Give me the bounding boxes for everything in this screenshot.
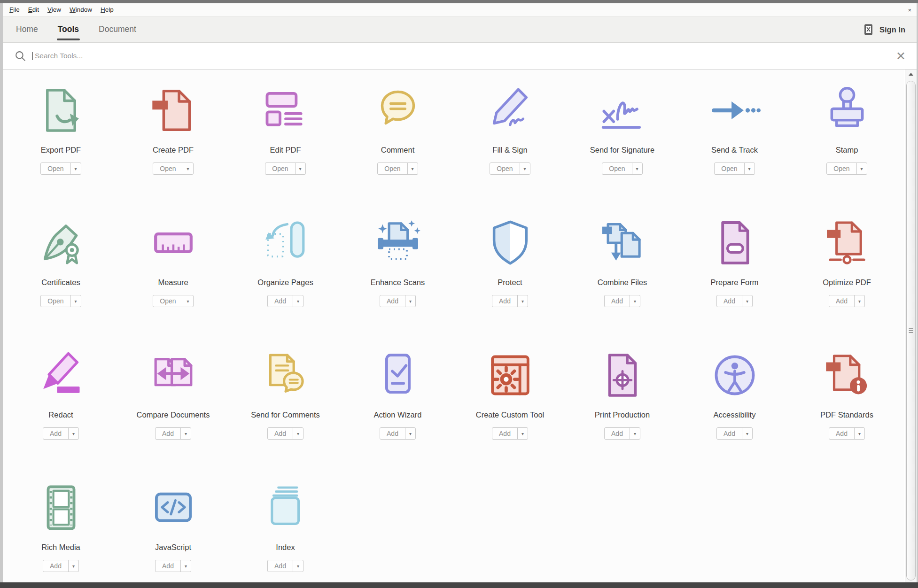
enhance-scans-icon[interactable] bbox=[372, 217, 424, 269]
tool-action-label[interactable]: Add bbox=[605, 295, 630, 307]
chevron-down-icon[interactable]: ▾ bbox=[407, 163, 418, 174]
create-custom-tool-icon[interactable] bbox=[484, 349, 536, 401]
tool-action-button[interactable]: Add▾ bbox=[380, 427, 416, 440]
chevron-down-icon[interactable]: ▾ bbox=[517, 428, 528, 439]
chevron-down-icon[interactable]: ▾ bbox=[742, 428, 752, 439]
close-icon[interactable]: ✕ bbox=[896, 50, 906, 62]
tool-action-button[interactable]: Add▾ bbox=[604, 295, 640, 307]
tool-action-label[interactable]: Add bbox=[268, 560, 293, 572]
tool-action-button[interactable]: Open▾ bbox=[602, 162, 642, 175]
create-pdf-icon[interactable] bbox=[148, 85, 199, 136]
tool-action-button[interactable]: Add▾ bbox=[267, 560, 303, 572]
chevron-down-icon[interactable]: ▾ bbox=[295, 163, 305, 174]
tool-action-button[interactable]: Add▾ bbox=[155, 427, 191, 440]
chevron-down-icon[interactable]: ▾ bbox=[180, 560, 191, 572]
stamp-icon[interactable] bbox=[821, 85, 873, 136]
send-track-icon[interactable] bbox=[709, 85, 761, 136]
compare-documents-icon[interactable] bbox=[148, 349, 199, 401]
print-production-icon[interactable] bbox=[597, 349, 648, 401]
tool-action-label[interactable]: Add bbox=[43, 560, 68, 572]
tool-action-label[interactable]: Add bbox=[156, 428, 180, 439]
tab-home[interactable]: Home bbox=[16, 24, 38, 34]
tool-action-label[interactable]: Open bbox=[602, 163, 631, 174]
edit-pdf-icon[interactable] bbox=[260, 85, 311, 136]
chevron-down-icon[interactable]: ▾ bbox=[70, 163, 81, 174]
menu-file[interactable]: File bbox=[9, 6, 20, 13]
tool-action-label[interactable]: Open bbox=[715, 163, 744, 174]
tool-action-button[interactable]: Add▾ bbox=[716, 427, 753, 440]
tool-action-label[interactable]: Add bbox=[492, 428, 517, 439]
tool-action-label[interactable]: Add bbox=[380, 295, 405, 307]
menu-view[interactable]: View bbox=[47, 6, 61, 13]
action-wizard-icon[interactable] bbox=[372, 349, 424, 401]
chevron-down-icon[interactable]: ▾ bbox=[293, 560, 303, 572]
export-pdf-icon[interactable] bbox=[35, 85, 87, 136]
tool-action-button[interactable]: Add▾ bbox=[492, 427, 528, 440]
comment-icon[interactable] bbox=[372, 85, 424, 136]
chevron-down-icon[interactable]: ▾ bbox=[742, 295, 752, 307]
tool-action-button[interactable]: Add▾ bbox=[267, 295, 303, 307]
chevron-down-icon[interactable]: ▾ bbox=[856, 163, 867, 174]
tool-action-button[interactable]: Open▾ bbox=[40, 295, 81, 307]
tool-action-button[interactable]: Add▾ bbox=[43, 560, 79, 572]
tool-action-button[interactable]: Open▾ bbox=[714, 162, 755, 175]
tool-action-label[interactable]: Add bbox=[380, 428, 405, 439]
tool-action-label[interactable]: Open bbox=[378, 163, 407, 174]
tool-action-label[interactable]: Add bbox=[492, 295, 517, 307]
tool-action-label[interactable]: Add bbox=[717, 295, 742, 307]
tool-action-label[interactable]: Add bbox=[268, 428, 293, 439]
chevron-down-icon[interactable]: ▾ bbox=[293, 428, 303, 439]
vertical-scrollbar[interactable] bbox=[905, 70, 917, 582]
tool-action-button[interactable]: Open▾ bbox=[153, 295, 193, 307]
tool-action-button[interactable]: Add▾ bbox=[716, 295, 753, 307]
scroll-up-arrow-icon[interactable] bbox=[905, 70, 917, 79]
combine-files-icon[interactable] bbox=[597, 217, 648, 269]
tool-action-label[interactable]: Open bbox=[41, 163, 70, 174]
chevron-down-icon[interactable]: ▾ bbox=[405, 428, 415, 439]
tool-action-label[interactable]: Open bbox=[265, 163, 295, 174]
tool-action-button[interactable]: Add▾ bbox=[267, 427, 303, 440]
tool-action-button[interactable]: Add▾ bbox=[829, 427, 865, 440]
tool-action-label[interactable]: Open bbox=[153, 163, 182, 174]
scrollbar-thumb[interactable] bbox=[906, 81, 916, 580]
tool-action-label[interactable]: Add bbox=[829, 428, 854, 439]
tool-action-label[interactable]: Add bbox=[268, 295, 293, 307]
send-comments-icon[interactable] bbox=[260, 349, 311, 401]
sign-in-button[interactable]: Sign In bbox=[864, 23, 905, 35]
tool-action-button[interactable]: Add▾ bbox=[155, 560, 191, 572]
chevron-down-icon[interactable]: ▾ bbox=[405, 295, 415, 307]
chevron-down-icon[interactable]: ▾ bbox=[68, 560, 78, 572]
tab-document[interactable]: Document bbox=[99, 24, 136, 34]
tool-action-button[interactable]: Add▾ bbox=[604, 427, 640, 440]
tool-action-button[interactable]: Open▾ bbox=[265, 162, 305, 175]
chevron-down-icon[interactable]: ▾ bbox=[520, 163, 530, 174]
tool-action-label[interactable]: Open bbox=[490, 163, 519, 174]
chevron-down-icon[interactable]: ▾ bbox=[183, 163, 193, 174]
tool-action-button[interactable]: Open▾ bbox=[377, 162, 418, 175]
prepare-form-icon[interactable] bbox=[709, 217, 761, 269]
redact-icon[interactable] bbox=[35, 349, 87, 401]
menu-help[interactable]: Help bbox=[101, 6, 114, 13]
chevron-down-icon[interactable]: ▾ bbox=[293, 295, 303, 307]
chevron-down-icon[interactable]: ▾ bbox=[70, 295, 81, 307]
tool-action-label[interactable]: Add bbox=[605, 428, 630, 439]
tool-action-button[interactable]: Open▾ bbox=[40, 162, 81, 175]
tool-action-button[interactable]: Open▾ bbox=[826, 162, 867, 175]
tool-action-button[interactable]: Add▾ bbox=[380, 295, 416, 307]
tool-action-button[interactable]: Open▾ bbox=[153, 162, 193, 175]
chevron-down-icon[interactable]: ▾ bbox=[180, 428, 191, 439]
fill-sign-icon[interactable] bbox=[484, 85, 536, 136]
protect-icon[interactable] bbox=[484, 217, 536, 269]
rich-media-icon[interactable] bbox=[35, 482, 87, 534]
tool-action-label[interactable]: Add bbox=[43, 428, 68, 439]
chevron-down-icon[interactable]: ▾ bbox=[517, 295, 528, 307]
accessibility-icon[interactable] bbox=[709, 349, 761, 401]
tool-action-button[interactable]: Add▾ bbox=[829, 295, 865, 307]
chevron-down-icon[interactable]: ▾ bbox=[68, 428, 78, 439]
chevron-down-icon[interactable]: ▾ bbox=[854, 428, 864, 439]
tool-action-label[interactable]: Add bbox=[829, 295, 854, 307]
chevron-down-icon[interactable]: ▾ bbox=[630, 295, 640, 307]
tool-action-label[interactable]: Add bbox=[156, 560, 180, 572]
tool-action-label[interactable]: Add bbox=[717, 428, 742, 439]
chevron-down-icon[interactable]: ▾ bbox=[854, 295, 864, 307]
